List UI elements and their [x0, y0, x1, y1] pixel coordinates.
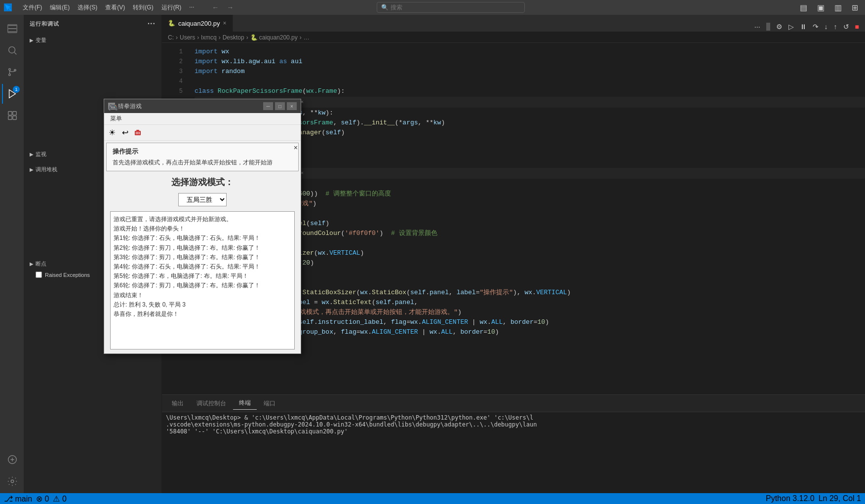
game-minimize-btn[interactable]: ─	[263, 102, 273, 110]
log-line-11: 恭喜你，胜利者就是你！	[114, 310, 291, 319]
game-title-icon: 🎮	[108, 103, 115, 110]
menu-goto[interactable]: 转到(G)	[130, 2, 156, 13]
game-log[interactable]: 游戏已重置，请选择游戏模式并开始新游戏。 游戏开始！选择你的拳头！ 第1轮: 你…	[110, 211, 295, 349]
svg-rect-7	[8, 112, 12, 115]
instruction-text: 首先选择游戏模式，再点击开始菜单或开始按钮，才能开始游	[113, 158, 292, 167]
menu-view[interactable]: 查看(V)	[102, 2, 128, 13]
mode-select[interactable]: 五局三胜	[178, 193, 227, 206]
mode-title: 选择游戏模式：	[106, 176, 299, 188]
terminal-line-1: \Users\lxmcq\Desktop> & 'c:\Users\lxmcq\…	[166, 414, 861, 421]
game-close-btn[interactable]: ×	[287, 102, 297, 110]
status-branch[interactable]: ⎇ main	[4, 494, 32, 504]
breadcrumb-more[interactable]: …	[304, 34, 310, 41]
log-line-5: 第3轮: 你选择了: 剪刀，电脑选择了: 布。结果: 你赢了！	[114, 253, 291, 262]
activity-search[interactable]	[2, 40, 22, 60]
breadcrumb-lxmcq[interactable]: lxmcq	[201, 34, 216, 41]
terminal-content[interactable]: \Users\lxmcq\Desktop> & 'c:\Users\lxmcq\…	[162, 412, 865, 493]
log-line-7: 第5轮: 你选择了: 布，电脑选择了: 布。结果: 平局！	[114, 271, 291, 281]
log-line-8: 第6轮: 你选择了: 剪刀，电脑选择了: 布。结果: 你赢了！	[114, 281, 291, 290]
log-line-3: 第1轮: 你选择了: 石头，电脑选择了: 石头。结果: 平局！	[114, 233, 291, 243]
variables-label: 变量	[36, 37, 46, 44]
debug-stepover-btn[interactable]: ↷	[811, 22, 821, 32]
game-maximize-btn[interactable]: □	[275, 102, 285, 110]
game-tool-sun[interactable]: ☀	[106, 127, 118, 139]
game-title-buttons: ─ □ ×	[263, 102, 297, 110]
raised-exceptions-checkbox[interactable]	[36, 271, 42, 278]
svg-point-1	[9, 47, 15, 53]
debug-more-btn[interactable]: ···	[752, 22, 762, 32]
mode-section: 选择游戏模式： 五局三胜	[106, 176, 299, 206]
breadcrumb-desktop[interactable]: Desktop	[223, 34, 244, 41]
menu-file[interactable]: 文件(F)	[20, 2, 45, 13]
search-bar[interactable]: 🔍	[377, 2, 525, 13]
debug-stepinto-btn[interactable]: ↓	[823, 22, 830, 32]
tab-debug-console[interactable]: 调试控制台	[191, 397, 232, 410]
status-warnings[interactable]: ⚠ 0	[53, 494, 66, 504]
tab-close-btn[interactable]: ×	[223, 20, 227, 27]
code-line-5: class RockPaperScissorsFrame(wx.Frame):	[195, 86, 865, 96]
layout-icon-4[interactable]: ⊞	[849, 2, 861, 13]
terminal-line-2: .vscode\extensions\ms-python.debugpy-202…	[166, 421, 861, 428]
layout-icon-3[interactable]: ▥	[831, 2, 845, 13]
instruction-box: 操作提示 首先选择游戏模式，再点击开始菜单或开始按钮，才能开始游	[106, 143, 299, 171]
menu-edit[interactable]: 编辑(E)	[47, 2, 73, 13]
game-tool-delete[interactable]	[132, 127, 144, 139]
debug-stop-btn[interactable]: ■	[853, 22, 861, 32]
nav-forward[interactable]: →	[224, 2, 236, 12]
activity-extensions[interactable]	[2, 106, 22, 125]
panel-more-btn[interactable]: ···	[148, 19, 156, 28]
breakpoints-label: 断点	[36, 260, 46, 268]
app-icon	[4, 3, 12, 11]
search-icon: 🔍	[381, 4, 389, 11]
inner-dialog-close[interactable]: ×	[294, 144, 298, 152]
activity-settings[interactable]	[2, 471, 22, 491]
activity-git[interactable]	[2, 62, 22, 82]
svg-rect-8	[13, 112, 16, 115]
log-line-1: 游戏已重置，请选择游戏模式并开始新游戏。	[114, 215, 291, 224]
breadcrumb-file[interactable]: 🐍 caiquan200.py	[250, 34, 298, 41]
svg-point-4	[9, 74, 11, 76]
game-title-bar: 🎮 猜拳游戏 ─ □ ×	[104, 99, 301, 113]
tab-terminal[interactable]: 终端	[233, 397, 257, 410]
game-menu-bar: 菜单	[104, 113, 301, 125]
game-window: 🎮 猜拳游戏 ─ □ × 菜单 ☀ ↩ × 操作提示 首先选择游戏模式，再点击开…	[104, 99, 301, 354]
layout-icon-2[interactable]: ▣	[814, 2, 827, 13]
debug-restart-btn[interactable]: ↺	[841, 22, 851, 32]
menu-more[interactable]: ···	[186, 2, 197, 13]
activity-bar: 1	[0, 15, 24, 493]
game-tool-undo[interactable]: ↩	[119, 127, 131, 139]
debug-badge: 1	[13, 86, 20, 93]
nav-back[interactable]: ←	[209, 2, 222, 12]
debug-settings-icon[interactable]: ⚙	[774, 22, 785, 32]
status-errors[interactable]: ⊗ 0	[36, 494, 49, 504]
debug-pause-btn[interactable]: ⏸	[798, 22, 809, 32]
breadcrumb-file-icon: 🐍	[250, 34, 258, 41]
code-line-2: import wx.lib.agw.aui as aui	[195, 57, 865, 67]
breadcrumb-c[interactable]: C:	[168, 34, 174, 41]
status-line-col[interactable]: Ln 29, Col 1	[819, 494, 861, 503]
code-line-1: import wx	[195, 47, 865, 57]
breadcrumb-users[interactable]: Users	[180, 34, 195, 41]
variables-chevron: ▶	[30, 38, 34, 43]
game-menu-item[interactable]: 菜单	[108, 114, 124, 124]
game-body: × 操作提示 首先选择游戏模式，再点击开始菜单或开始按钮，才能开始游 选择游戏模…	[104, 143, 301, 349]
search-input[interactable]	[391, 4, 520, 11]
activity-explorer[interactable]	[2, 19, 22, 39]
tab-caiquan200[interactable]: 🐍 caiquan200.py ×	[162, 15, 233, 32]
debug-continue-btn[interactable]: ▷	[786, 22, 796, 32]
status-python[interactable]: Python 3.12.0	[766, 494, 815, 503]
breakpoints-chevron: ▶	[30, 261, 34, 267]
code-line-3: import random	[195, 67, 865, 77]
variables-header[interactable]: ▶ 变量	[24, 35, 161, 46]
activity-debug[interactable]: 1	[2, 84, 22, 104]
log-line-10: 总计: 胜利 3, 失败 0, 平局 3	[114, 300, 291, 310]
activity-ai[interactable]	[2, 450, 22, 469]
menu-select[interactable]: 选择(S)	[75, 2, 100, 13]
tab-output[interactable]: 输出	[166, 397, 190, 410]
menu-run[interactable]: 运行(R)	[158, 2, 185, 13]
layout-icon-1[interactable]: ▤	[797, 2, 810, 13]
tab-ports[interactable]: 端口	[258, 397, 281, 410]
game-title-text: 猜拳游戏	[118, 102, 260, 111]
debug-stepout-btn[interactable]: ↑	[832, 22, 839, 32]
breadcrumb: C: › Users › lxmcq › Desktop › 🐍 caiquan…	[162, 32, 865, 43]
